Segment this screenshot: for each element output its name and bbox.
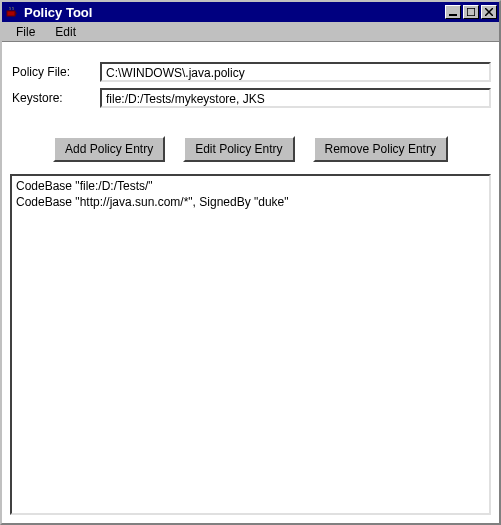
menu-file[interactable]: File [6,23,45,41]
svg-rect-2 [467,8,475,16]
remove-policy-entry-button[interactable]: Remove Policy Entry [313,136,448,162]
app-window: Policy Tool File Edit Policy File: C:\WI… [0,0,501,525]
add-policy-entry-button[interactable]: Add Policy Entry [53,136,165,162]
minimize-button[interactable] [445,5,461,19]
edit-policy-entry-button[interactable]: Edit Policy Entry [183,136,294,162]
close-button[interactable] [481,5,497,19]
keystore-field[interactable]: file:/D:/Tests/mykeystore, JKS [100,88,491,108]
keystore-row: Keystore: file:/D:/Tests/mykeystore, JKS [10,88,491,108]
title-bar: Policy Tool [2,2,499,22]
maximize-button[interactable] [463,5,479,19]
policy-file-field[interactable]: C:\WINDOWS\.java.policy [100,62,491,82]
list-item[interactable]: CodeBase "file:/D:/Tests/" [16,178,485,194]
java-cup-icon [4,4,20,20]
window-title: Policy Tool [24,5,443,20]
policy-file-label: Policy File: [10,65,100,79]
svg-rect-0 [7,11,15,16]
svg-rect-1 [449,14,457,16]
keystore-label: Keystore: [10,91,100,105]
policy-file-row: Policy File: C:\WINDOWS\.java.policy [10,62,491,82]
form-area: Policy File: C:\WINDOWS\.java.policy Key… [2,42,499,122]
list-item[interactable]: CodeBase "http://java.sun.com/*", Signed… [16,194,485,210]
policy-entries-list[interactable]: CodeBase "file:/D:/Tests/" CodeBase "htt… [10,174,491,515]
content-area: Policy File: C:\WINDOWS\.java.policy Key… [2,42,499,523]
menu-bar: File Edit [2,22,499,42]
button-row: Add Policy Entry Edit Policy Entry Remov… [2,122,499,174]
menu-edit[interactable]: Edit [45,23,86,41]
